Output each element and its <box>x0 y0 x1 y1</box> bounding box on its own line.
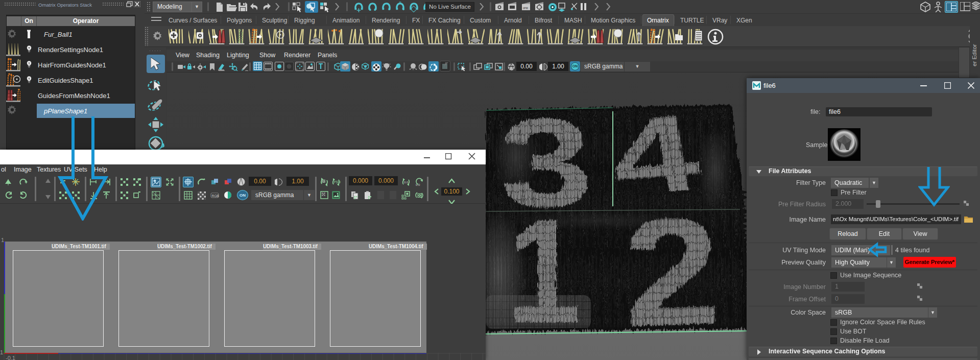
svg-text:RGB: RGB <box>212 194 219 198</box>
svg-text:0.0: 0.0 <box>416 183 420 186</box>
svg-text:PSD: PSD <box>334 180 341 184</box>
svg-text:0.0: 0.0 <box>404 181 409 184</box>
svg-text:IPR: IPR <box>523 7 529 10</box>
